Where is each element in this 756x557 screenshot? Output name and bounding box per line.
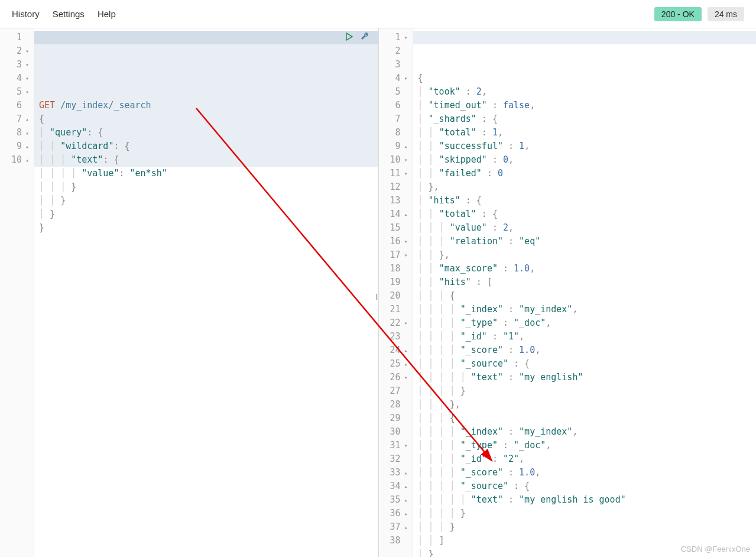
response-active-line: [413, 31, 757, 44]
request-pane: 12▾3▾4▾5▾67▴8▴9▴10▴ GET /my_index/_searc…: [0, 28, 378, 557]
response-time-badge: 24 ms: [708, 7, 744, 21]
response-viewer[interactable]: {│ "took" : 2,│ "timed_out" : false,│ "_…: [413, 28, 757, 557]
status-badge: 200 - OK: [654, 7, 702, 21]
run-icon[interactable]: [345, 32, 354, 41]
request-active-line: [34, 31, 378, 44]
toolbar: History Settings Help 200 - OK 24 ms: [0, 0, 756, 28]
response-code-content: {│ "took" : 2,│ "timed_out" : false,│ "_…: [418, 72, 752, 557]
toolbar-left: History Settings Help: [12, 9, 116, 19]
response-gutter: 1▾234▾56789▴10▾11▾121314▴1516▾17▾1819202…: [379, 28, 413, 557]
editor-panes: 12▾3▾4▾5▾67▴8▴9▴10▴ GET /my_index/_searc…: [0, 28, 756, 557]
menu-help[interactable]: Help: [98, 9, 116, 19]
wrench-icon[interactable]: [360, 32, 369, 41]
request-code-content: GET /my_index/_search{│ "query": {│ │ "w…: [39, 99, 373, 235]
menu-history[interactable]: History: [12, 9, 40, 19]
divider-handle-icon: ||: [376, 293, 377, 300]
request-gutter: 12▾3▾4▾5▾67▴8▴9▴10▴: [0, 28, 34, 557]
request-editor[interactable]: GET /my_index/_search{│ "query": {│ │ "w…: [34, 28, 378, 557]
menu-settings[interactable]: Settings: [53, 9, 85, 19]
response-pane: 1▾234▾56789▴10▾11▾121314▴1516▾17▾1819202…: [379, 28, 757, 557]
watermark: CSDN @FeenixOne: [681, 545, 750, 553]
toolbar-right: 200 - OK 24 ms: [654, 7, 744, 21]
editor-actions: [345, 32, 369, 41]
